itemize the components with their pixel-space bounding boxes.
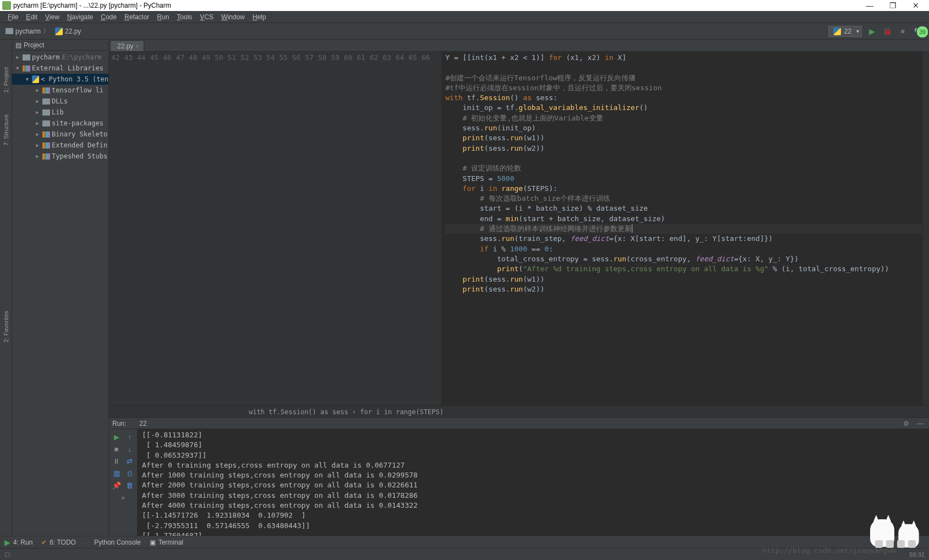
settings-icon[interactable]: ⚙ <box>900 418 911 429</box>
console-output[interactable]: [[-0.81131822] [ 1.48459876] [ 0.0653293… <box>138 429 929 536</box>
minimize-button[interactable]: — <box>863 1 876 10</box>
bottom-terminal-tab[interactable]: ▣ Terminal <box>150 539 183 546</box>
tree-row[interactable]: ▶tensorflow li <box>12 85 108 96</box>
navigation-bar: pycharm 〉 22.py 22 ▶ 🐞 ■ 🔍 <box>0 23 929 40</box>
minimize-panel-icon[interactable]: — <box>915 418 926 429</box>
code-editor[interactable]: Y = [[int(x1 + x2 < 1)] for (x1, x2) in … <box>442 52 922 405</box>
tree-row[interactable]: ▶pycharmE:\pycharm <box>12 52 108 63</box>
up-button[interactable]: ↑ <box>124 431 135 442</box>
editor-area: 22.py × 42 43 44 45 46 47 48 49 50 51 52… <box>109 40 929 536</box>
soft-wrap-button[interactable]: ⇄ <box>124 455 135 466</box>
menu-tools[interactable]: Tools <box>173 12 195 22</box>
caret-position[interactable]: 59:31 <box>909 551 925 558</box>
tool-tab-structure[interactable]: 7: Structure <box>3 114 9 146</box>
run-panel-config: 22 <box>139 420 146 427</box>
avatar-badge[interactable]: 39 <box>916 25 929 39</box>
down-button[interactable]: ↓ <box>124 443 135 454</box>
tool-tab-favorites[interactable]: 2: Favorites <box>3 311 9 342</box>
debug-button[interactable]: 🐞 <box>882 26 893 37</box>
bottom-run-tab[interactable]: ▶ 4: Run <box>4 538 32 547</box>
play-icon: ▶ <box>4 538 10 547</box>
tree-row[interactable]: ▶Typeshed Stubs <box>12 151 108 162</box>
window-title: pycharm [E:\pycharm] - ...\22.py [pychar… <box>13 2 171 9</box>
pause-button[interactable]: ⏸ <box>111 455 122 466</box>
python-file-icon <box>833 28 841 35</box>
mascot-decoration <box>865 503 926 547</box>
pin-button[interactable]: 📌 <box>111 480 122 491</box>
tree-row[interactable]: ▶site-packages <box>12 118 108 129</box>
menu-edit[interactable]: Edit <box>23 12 41 22</box>
project-tree[interactable]: ▶pycharmE:\pycharm▼External Libraries▼< … <box>12 51 108 536</box>
left-tool-gutter: 1: Project 7: Structure 2: Favorites <box>0 40 12 536</box>
menu-file[interactable]: File <box>4 12 21 22</box>
project-tool-window: ▤ Project ▶pycharmE:\pycharm▼External Li… <box>12 40 109 536</box>
fold-gutter[interactable] <box>434 52 442 405</box>
run-panel-title: Run: <box>112 420 126 427</box>
project-panel-title: Project <box>24 41 44 49</box>
menu-help[interactable]: Help <box>249 12 270 22</box>
bottom-todo-label: 6: TODO <box>50 539 76 546</box>
close-button[interactable]: ✕ <box>909 1 922 10</box>
run-panel-toolbar: ▶↑ ■↓ ⏸⇄ ▥⎙ 📌🗑 » <box>109 429 138 536</box>
breadcrumb-project-label: pycharm <box>15 28 41 35</box>
error-stripe[interactable] <box>922 52 929 405</box>
todo-icon: ✔ <box>41 539 47 546</box>
bottom-terminal-label: Terminal <box>159 539 183 546</box>
tree-row[interactable]: ▼< Python 3.5 (ten <box>12 74 108 85</box>
stop-run-button[interactable]: ■ <box>111 443 122 454</box>
menu-run[interactable]: Run <box>154 12 172 22</box>
project-panel-header: ▤ Project <box>12 40 108 51</box>
python-file-icon <box>129 420 136 427</box>
run-configuration-selector[interactable]: 22 <box>828 26 862 37</box>
chevron-right-icon: 〉 <box>43 26 50 36</box>
run-panel-header: Run: 22 ⚙ — <box>109 418 929 429</box>
tree-row[interactable]: ▶DLLs <box>12 96 108 107</box>
editor-tab-label: 22.py <box>117 42 133 50</box>
bottom-todo-tab[interactable]: ✔ 6: TODO <box>41 539 76 546</box>
line-number-gutter[interactable]: 42 43 44 45 46 47 48 49 50 51 52 53 54 5… <box>109 52 434 405</box>
pycharm-icon <box>2 1 11 10</box>
menu-bar: FileEditViewNavigateCodeRefactorRunTools… <box>0 11 929 23</box>
status-icon[interactable]: ▢ <box>4 551 10 558</box>
run-tool-window: Run: 22 ⚙ — ▶↑ ■↓ ⏸⇄ ▥⎙ 📌🗑 » [[-0.811318… <box>109 418 929 536</box>
editor-tabs: 22.py × <box>109 40 929 52</box>
menu-vcs[interactable]: VCS <box>196 12 217 22</box>
folder-icon <box>6 28 13 34</box>
bottom-run-label: 4: Run <box>13 539 32 546</box>
tree-row[interactable]: ▼External Libraries <box>12 63 108 74</box>
breadcrumb-file-label: 22.py <box>65 28 81 35</box>
print-button[interactable]: ⎙ <box>124 468 135 479</box>
tree-row[interactable]: ▶Lib <box>12 107 108 118</box>
expand-button[interactable]: » <box>118 492 129 503</box>
menu-window[interactable]: Window <box>218 12 248 22</box>
python-icon <box>85 539 91 546</box>
rerun-button[interactable]: ▶ <box>111 431 122 442</box>
close-tab-icon[interactable]: × <box>135 43 139 50</box>
tree-row[interactable]: ▶Binary Skeleto <box>12 129 108 140</box>
menu-refactor[interactable]: Refactor <box>121 12 152 22</box>
editor-breadcrumb-text: with tf.Session() as sess › for i in ran… <box>249 408 444 416</box>
run-button[interactable]: ▶ <box>866 26 877 37</box>
layout-button[interactable]: ▥ <box>111 468 122 479</box>
maximize-button[interactable]: ❐ <box>886 1 899 10</box>
breadcrumb-file[interactable]: 22.py <box>55 28 81 35</box>
python-file-icon <box>55 28 63 35</box>
tree-row[interactable]: ▶Extended Defin <box>12 140 108 151</box>
bottom-pyconsole-label: Python Console <box>94 539 141 546</box>
run-config-label: 22 <box>844 28 851 35</box>
editor-tab-22[interactable]: 22.py × <box>110 40 144 51</box>
project-icon: ▤ <box>15 41 21 49</box>
tool-tab-project[interactable]: 1: Project <box>3 67 9 92</box>
editor-breadcrumb[interactable]: with tf.Session() as sess › for i in ran… <box>109 405 929 418</box>
trash-button[interactable]: 🗑 <box>124 480 135 491</box>
menu-code[interactable]: Code <box>97 12 120 22</box>
stop-button[interactable]: ■ <box>897 26 908 37</box>
terminal-icon: ▣ <box>150 539 156 546</box>
bottom-python-console-tab[interactable]: Python Console <box>85 539 141 546</box>
menu-navigate[interactable]: Navigate <box>64 12 96 22</box>
window-title-bar: pycharm [E:\pycharm] - ...\22.py [pychar… <box>0 0 929 11</box>
menu-view[interactable]: View <box>42 12 63 22</box>
avatar-badge-text: 39 <box>919 29 925 35</box>
breadcrumb-project[interactable]: pycharm 〉 <box>6 26 50 36</box>
